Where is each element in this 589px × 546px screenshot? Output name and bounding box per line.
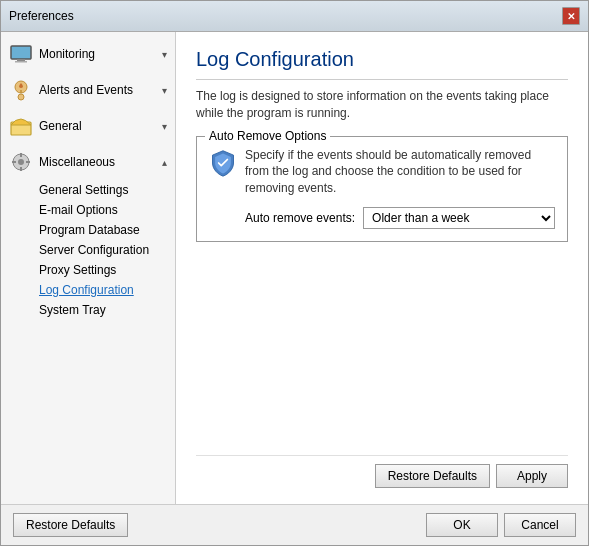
svg-rect-12 — [26, 161, 30, 163]
window-title: Preferences — [9, 9, 74, 23]
sidebar-item-server-configuration[interactable]: Server Configuration — [39, 240, 175, 260]
auto-remove-group: Auto Remove Options Specify if the event… — [196, 136, 568, 242]
group-box-description: Specify if the events should be automati… — [245, 147, 555, 229]
alerts-chevron: ▾ — [162, 85, 167, 96]
footer-right-buttons: OK Cancel — [426, 513, 576, 537]
sidebar-item-email-options[interactable]: E-mail Options — [39, 200, 175, 220]
panel-spacer — [196, 252, 568, 455]
panel-description: The log is designed to store information… — [196, 88, 568, 122]
svg-rect-11 — [12, 161, 16, 163]
sidebar-item-miscellaneous[interactable]: Miscellaneous ▴ — [1, 144, 175, 180]
panel-title: Log Configuration — [196, 48, 568, 80]
svg-rect-10 — [20, 167, 22, 171]
miscellaneous-chevron: ▴ — [162, 157, 167, 168]
panel-actions: Restore Defaults Apply — [196, 455, 568, 488]
sidebar-item-log-configuration[interactable]: Log Configuration — [39, 280, 175, 300]
cancel-button[interactable]: Cancel — [504, 513, 576, 537]
monitoring-chevron: ▾ — [162, 49, 167, 60]
alerts-icon — [9, 78, 33, 102]
svg-rect-9 — [20, 153, 22, 157]
footer-restore-defaults-button[interactable]: Restore Defaults — [13, 513, 128, 537]
monitor-icon — [9, 42, 33, 66]
svg-rect-1 — [17, 59, 25, 61]
sidebar-item-proxy-settings[interactable]: Proxy Settings — [39, 260, 175, 280]
auto-remove-select[interactable]: Older than a week Older than a day Older… — [363, 207, 555, 229]
miscellaneous-label: Miscellaneous — [39, 155, 162, 169]
title-bar: Preferences ✕ — [1, 1, 588, 32]
alerts-label: Alerts and Events — [39, 83, 162, 97]
miscellaneous-sub-items: General Settings E-mail Options Program … — [1, 180, 175, 320]
sidebar: Monitoring ▾ Alerts and Events ▾ — [1, 32, 176, 504]
auto-remove-row: Auto remove events: Older than a week Ol… — [245, 207, 555, 229]
group-box-text: Specify if the events should be automati… — [245, 148, 531, 196]
auto-remove-label: Auto remove events: — [245, 211, 355, 225]
sidebar-item-monitoring[interactable]: Monitoring ▾ — [1, 36, 175, 72]
sidebar-item-program-database[interactable]: Program Database — [39, 220, 175, 240]
group-box-body: Specify if the events should be automati… — [209, 147, 555, 229]
window-footer: Restore Defaults OK Cancel — [1, 504, 588, 545]
sidebar-item-system-tray[interactable]: System Tray — [39, 300, 175, 320]
panel-restore-defaults-button[interactable]: Restore Defaults — [375, 464, 490, 488]
general-icon — [9, 114, 33, 138]
main-content: Monitoring ▾ Alerts and Events ▾ — [1, 32, 588, 504]
miscellaneous-icon — [9, 150, 33, 174]
svg-point-8 — [18, 159, 24, 165]
sidebar-item-general-settings[interactable]: General Settings — [39, 180, 175, 200]
svg-point-4 — [18, 94, 24, 100]
panel-apply-button[interactable]: Apply — [496, 464, 568, 488]
preferences-window: Preferences ✕ Monitoring ▾ — [0, 0, 589, 546]
right-panel: Log Configuration The log is designed to… — [176, 32, 588, 504]
general-label: General — [39, 119, 162, 133]
ok-button[interactable]: OK — [426, 513, 498, 537]
sidebar-item-general[interactable]: General ▾ — [1, 108, 175, 144]
group-box-legend: Auto Remove Options — [205, 129, 330, 143]
svg-rect-2 — [15, 61, 27, 63]
monitoring-label: Monitoring — [39, 47, 162, 61]
shield-icon — [209, 147, 237, 179]
sidebar-item-alerts[interactable]: Alerts and Events ▾ — [1, 72, 175, 108]
general-chevron: ▾ — [162, 121, 167, 132]
svg-rect-0 — [11, 46, 31, 59]
close-button[interactable]: ✕ — [562, 7, 580, 25]
